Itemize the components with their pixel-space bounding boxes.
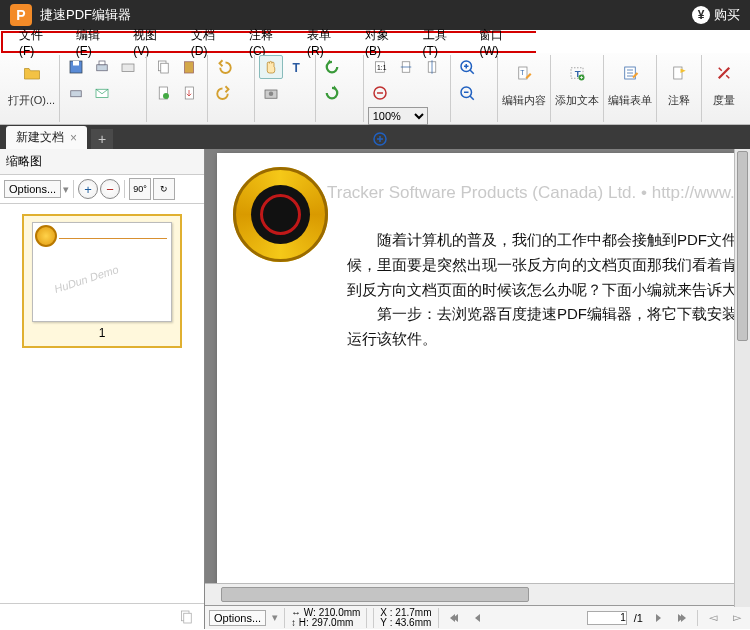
thumb-zoom-in-button[interactable]: + — [78, 179, 98, 199]
tab-close-icon[interactable]: × — [70, 131, 77, 145]
menu-object[interactable]: 对象(B) — [355, 27, 412, 58]
select-text-button[interactable]: T — [285, 55, 309, 79]
thumb-watermark: HuDun Demo — [53, 263, 120, 295]
thumb-seal-icon — [35, 225, 57, 247]
svg-point-15 — [269, 92, 274, 97]
annotate-button[interactable] — [661, 55, 697, 91]
tab-label: 新建文档 — [16, 129, 64, 146]
page-total: /1 — [634, 612, 643, 624]
add-text-button[interactable]: T — [559, 55, 595, 91]
zoom-in-large-button[interactable] — [455, 55, 479, 79]
thumb-rotate-button[interactable]: 90° — [129, 178, 151, 200]
app-logo-icon: P — [10, 4, 32, 26]
zoom-out-button[interactable] — [368, 81, 392, 105]
thumbnail-item[interactable]: HuDun Demo 1 — [22, 214, 182, 348]
email-button[interactable] — [90, 81, 114, 105]
thumbnails-toolbar: Options... ▾ + − 90° ↻ — [0, 175, 204, 204]
thumb-rotate2-button[interactable]: ↻ — [153, 178, 175, 200]
edit-content-label: 编辑内容 — [502, 93, 546, 108]
seal-badge-icon — [233, 167, 328, 262]
svg-text:T: T — [293, 61, 301, 75]
svg-rect-1 — [73, 61, 79, 66]
svg-rect-32 — [184, 613, 192, 623]
menu-file[interactable]: 文件(F) — [9, 27, 66, 58]
page-input[interactable] — [587, 611, 627, 625]
menu-edit[interactable]: 编辑(E) — [66, 27, 123, 58]
fit-height-button[interactable] — [420, 55, 444, 79]
menu-view[interactable]: 视图(V) — [123, 27, 180, 58]
fit-page-button[interactable]: 1:1 — [368, 55, 392, 79]
thumb-zoom-out-button[interactable]: − — [100, 179, 120, 199]
thumbnails-title: 缩略图 — [0, 149, 204, 175]
menu-form[interactable]: 表单(R) — [297, 27, 355, 58]
vertical-scrollbar[interactable] — [734, 149, 750, 607]
nav-first-button[interactable] — [445, 609, 463, 627]
svg-rect-3 — [99, 61, 105, 65]
zoom-out-large-button[interactable] — [455, 81, 479, 105]
status-options-button[interactable]: Options... — [209, 610, 266, 626]
nav-last-button[interactable] — [673, 609, 691, 627]
paste-button[interactable] — [177, 55, 201, 79]
scan-button[interactable] — [116, 55, 140, 79]
nav-back-button[interactable]: ◅ — [704, 609, 722, 627]
zoom-select[interactable]: 100% — [368, 107, 428, 125]
edit-form-label: 编辑表单 — [608, 93, 652, 108]
snapshot-button[interactable] — [259, 81, 283, 105]
svg-text:T: T — [520, 69, 524, 76]
edit-content-button[interactable]: T — [506, 55, 542, 91]
menu-annot[interactable]: 注释(C) — [239, 27, 297, 58]
svg-rect-8 — [161, 63, 169, 73]
sidebar-footer — [0, 603, 204, 629]
status-bar: Options... ▾ ↔ W: 210.0mm ↕ H: 297.0mm X… — [205, 605, 750, 629]
zoom-in-button[interactable] — [368, 127, 392, 151]
svg-rect-5 — [71, 91, 82, 97]
tab-active[interactable]: 新建文档 × — [6, 126, 87, 149]
menu-bar: 文件(F) 编辑(E) 视图(V) 文档(D) 注释(C) 表单(R) 对象(B… — [1, 31, 536, 53]
edit-form-button[interactable] — [612, 55, 648, 91]
buy-button[interactable]: ¥ 购买 — [692, 6, 740, 24]
app-title: 捷速PDF编辑器 — [40, 6, 131, 24]
page-view[interactable]: Tracker Software Products (Canada) Ltd. … — [217, 153, 750, 583]
tab-add-button[interactable]: + — [91, 129, 113, 149]
copy-button[interactable] — [151, 55, 175, 79]
yen-icon: ¥ — [692, 6, 710, 24]
nav-prev-button[interactable] — [469, 609, 487, 627]
horizontal-scrollbar[interactable] — [205, 583, 750, 605]
nav-fwd-button[interactable]: ▻ — [728, 609, 746, 627]
new-doc-button[interactable] — [151, 81, 175, 105]
menu-tools[interactable]: 工具(T) — [413, 27, 470, 58]
add-text-label: 添加文本 — [555, 93, 599, 108]
open-label: 打开(O)... — [8, 93, 55, 108]
open-button[interactable] — [14, 55, 50, 91]
header-watermark: Tracker Software Products (Canada) Ltd. … — [327, 183, 735, 203]
export-button[interactable] — [177, 81, 201, 105]
redo-button[interactable] — [212, 81, 236, 105]
rotate-cw-button[interactable] — [320, 81, 344, 105]
title-bar: P 捷速PDF编辑器 ¥ 购买 — [0, 0, 750, 30]
svg-point-11 — [163, 93, 169, 99]
hand-tool-button[interactable] — [259, 55, 283, 79]
sidebar-pages-icon[interactable] — [174, 605, 198, 629]
svg-text:1:1: 1:1 — [377, 64, 387, 71]
print-button[interactable] — [90, 55, 114, 79]
svg-rect-2 — [97, 65, 108, 71]
nav-next-button[interactable] — [649, 609, 667, 627]
save-button[interactable] — [64, 55, 88, 79]
thumb-page-number: 1 — [30, 322, 174, 340]
fit-width-button[interactable] — [394, 55, 418, 79]
thumb-options-button[interactable]: Options... — [4, 180, 61, 198]
thumbnails-panel: 缩略图 Options... ▾ + − 90° ↻ HuDun Demo 1 — [0, 149, 205, 629]
svg-rect-9 — [185, 62, 194, 73]
cursor-position: X : 21.7mm Y : 43.6mm — [373, 608, 438, 628]
measure-button[interactable] — [706, 55, 742, 91]
menu-doc[interactable]: 文档(D) — [181, 27, 239, 58]
main-toolbar: 打开(O)... T — [0, 53, 750, 125]
print2-button[interactable] — [64, 81, 88, 105]
document-area: Tracker Software Products (Canada) Ltd. … — [205, 149, 750, 629]
undo-button[interactable] — [212, 55, 236, 79]
page-dimensions: ↔ W: 210.0mm ↕ H: 297.0mm — [284, 608, 367, 628]
rotate-ccw-button[interactable] — [320, 55, 344, 79]
annotate-label: 注释 — [668, 93, 690, 108]
menu-window[interactable]: 窗口(W) — [469, 27, 530, 58]
svg-rect-4 — [122, 64, 134, 72]
